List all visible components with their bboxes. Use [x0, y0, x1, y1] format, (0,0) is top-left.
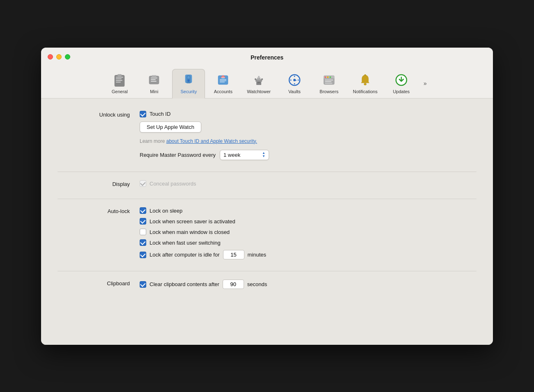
idle-unit-label: minutes: [248, 252, 267, 258]
lock-idle-checkbox[interactable]: [140, 252, 146, 258]
lock-on-sleep-checkbox[interactable]: [140, 207, 146, 214]
autolock-row-3: Lock when fast user switching: [140, 239, 476, 246]
svg-rect-5: [117, 74, 122, 76]
svg-point-33: [290, 79, 291, 80]
master-password-value: 1 week: [223, 152, 240, 158]
svg-rect-3: [116, 80, 122, 81]
title-bar: Preferences: [41, 48, 493, 61]
display-section: Display Conceal passwords: [58, 180, 476, 187]
clipboard-clear-label: Clear clipboard contents after: [150, 281, 219, 287]
autolock-row-1: Lock when screen saver is activated: [140, 218, 476, 225]
autolock-section: Auto-lock Lock on sleep Lock when screen…: [58, 207, 476, 259]
svg-rect-1: [116, 77, 123, 78]
touch-id-checkbox[interactable]: [140, 111, 146, 117]
tab-watchtower[interactable]: Watchtower: [241, 69, 276, 98]
tab-general[interactable]: General: [103, 69, 136, 98]
svg-point-32: [294, 83, 295, 84]
tab-vaults[interactable]: Vaults: [278, 69, 311, 98]
autolock-label: Auto-lock: [58, 207, 140, 259]
notifications-icon: [358, 73, 373, 87]
svg-rect-27: [261, 78, 263, 80]
svg-rect-21: [220, 82, 225, 83]
clipboard-unit-label: seconds: [247, 281, 267, 287]
svg-rect-4: [116, 82, 121, 83]
autolock-idle-row: Lock after computer is idle for minutes: [140, 250, 476, 259]
lock-idle-label: Lock after computer is idle for: [150, 252, 220, 258]
svg-rect-28: [258, 82, 260, 83]
svg-point-45: [364, 74, 366, 76]
maximize-button[interactable]: [65, 54, 70, 60]
divider-1: [58, 172, 476, 172]
mini-icon: [147, 73, 161, 87]
svg-rect-26: [255, 78, 256, 80]
svg-rect-44: [325, 83, 332, 84]
lock-user-switching-checkbox[interactable]: [140, 239, 146, 246]
svg-rect-8: [151, 79, 156, 80]
close-button[interactable]: [48, 54, 53, 60]
autolock-row-0: Lock on sleep: [140, 207, 476, 214]
lock-screensaver-label: Lock when screen saver is activated: [150, 218, 235, 225]
display-content: Conceal passwords: [140, 180, 476, 187]
svg-rect-19: [220, 79, 226, 80]
tab-general-label: General: [112, 89, 128, 94]
tab-browsers[interactable]: Browsers: [313, 69, 345, 98]
clipboard-checkbox[interactable]: [140, 281, 146, 288]
tab-security[interactable]: Security: [172, 69, 205, 99]
dropdown-arrows: ▲ ▼: [262, 151, 265, 159]
svg-rect-7: [151, 78, 157, 78]
divider-3: [58, 271, 476, 271]
autolock-content: Lock on sleep Lock when screen saver is …: [140, 207, 476, 259]
lock-screensaver-checkbox[interactable]: [140, 218, 146, 225]
master-password-dropdown[interactable]: 1 week ▲ ▼: [220, 150, 269, 160]
touch-id-row: Touch ID: [140, 111, 476, 117]
general-icon: [112, 73, 127, 87]
lock-window-closed-checkbox[interactable]: [140, 229, 146, 235]
master-password-label: Require Master Password every: [140, 152, 216, 158]
conceal-label: Conceal passwords: [150, 181, 196, 187]
tab-mini[interactable]: Mini: [138, 69, 170, 98]
clipboard-seconds-input[interactable]: [223, 280, 244, 289]
svg-rect-9: [151, 81, 157, 82]
preferences-window: Preferences General: [41, 48, 493, 345]
learn-more-link[interactable]: about Touch ID and Apple Watch security.: [166, 138, 257, 144]
minimize-button[interactable]: [56, 54, 62, 60]
toolbar: General Mini: [41, 66, 493, 99]
browsers-icon: [322, 73, 336, 87]
tab-updates[interactable]: Updates: [385, 69, 418, 98]
conceal-row: Conceal passwords: [140, 180, 476, 187]
tab-accounts[interactable]: Accounts: [207, 69, 239, 98]
tab-notifications[interactable]: Notifications: [347, 69, 383, 98]
svg-rect-35: [294, 80, 297, 81]
learn-more-row: Learn more about Touch ID and Apple Watc…: [140, 138, 476, 144]
tab-browsers-label: Browsers: [320, 89, 338, 94]
idle-minutes-input[interactable]: [223, 250, 244, 259]
tab-vaults-label: Vaults: [288, 89, 301, 94]
display-label: Display: [58, 180, 140, 187]
tab-security-label: Security: [180, 89, 197, 94]
lock-user-switching-label: Lock when fast user switching: [150, 240, 221, 246]
touch-id-label: Touch ID: [150, 111, 170, 117]
svg-point-41: [329, 76, 331, 78]
arrow-down-icon: ▼: [262, 155, 265, 158]
clipboard-content: Clear clipboard contents after seconds: [140, 280, 476, 289]
conceal-checkbox[interactable]: [140, 180, 146, 187]
svg-rect-18: [221, 78, 225, 78]
learn-more-prefix: Learn more: [140, 138, 166, 144]
clipboard-section: Clipboard Clear clipboard contents after…: [58, 280, 476, 289]
svg-point-31: [294, 76, 295, 77]
watchtower-icon: [251, 73, 266, 87]
svg-rect-14: [188, 80, 189, 82]
tab-updates-label: Updates: [393, 89, 410, 94]
divider-2: [58, 199, 476, 199]
tab-notifications-label: Notifications: [353, 89, 377, 94]
unlock-content: Touch ID Set Up Apple Watch Learn more a…: [140, 111, 476, 160]
svg-rect-20: [220, 80, 226, 81]
lock-on-sleep-label: Lock on sleep: [150, 208, 182, 214]
window-title: Preferences: [49, 54, 485, 61]
apple-watch-button[interactable]: Set Up Apple Watch: [140, 121, 201, 133]
svg-rect-42: [325, 80, 333, 80]
clipboard-row: Clear clipboard contents after seconds: [140, 280, 476, 289]
more-tabs-button[interactable]: »: [419, 77, 431, 90]
tab-mini-label: Mini: [150, 89, 158, 94]
updates-icon: [394, 73, 409, 87]
